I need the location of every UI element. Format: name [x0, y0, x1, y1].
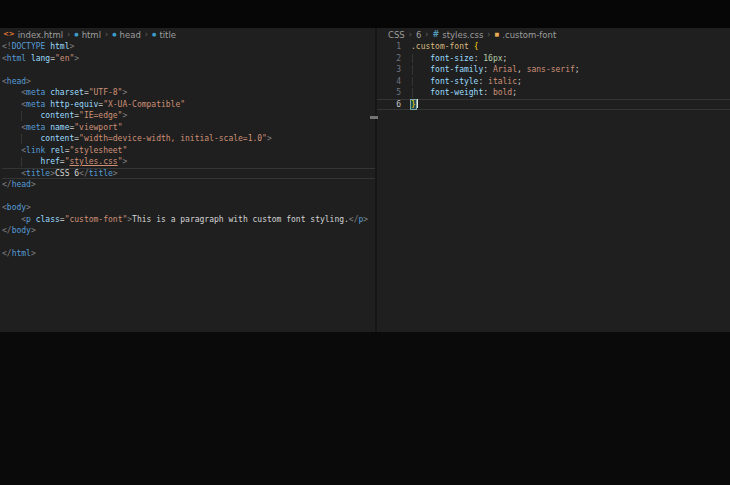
element-symbol-icon: ● [152, 32, 156, 37]
code-token: { [474, 42, 479, 51]
code-token: > [31, 180, 36, 189]
code-line-content: font-style: italic; [411, 76, 522, 88]
code-token [2, 169, 21, 178]
code-line[interactable]: <meta name="viewport" [2, 122, 375, 134]
code-token: </ [2, 226, 12, 235]
code-token: "UTF-8" [89, 88, 123, 97]
code-token: title [89, 169, 113, 178]
code-line[interactable]: 6} [377, 99, 730, 111]
code-token: > [122, 157, 127, 166]
code-line[interactable] [2, 191, 375, 203]
breadcrumb-symbol[interactable]: head [120, 30, 141, 40]
breadcrumb-symbol[interactable]: title [159, 30, 176, 40]
vscode-window: <>index.html›●html›●head›●title <!DOCTYP… [0, 0, 730, 485]
breadcrumb-file[interactable]: index.html [18, 30, 63, 40]
chevron-right-icon: › [425, 30, 428, 39]
line-number: 4 [377, 76, 401, 88]
code-line-content: content="IE=edge"> [2, 110, 127, 122]
editor-pane-css[interactable]: CSS›6›#styles.css›■.custom-font 1.custom… [377, 28, 730, 332]
indent-guide-line [412, 54, 413, 64]
code-token: font-family [430, 65, 483, 74]
code-line[interactable]: <head> [2, 76, 375, 88]
code-token [411, 54, 430, 63]
code-token: </ [2, 249, 12, 258]
code-token: rel [45, 146, 64, 155]
breadcrumb-item[interactable]: CSS [388, 30, 405, 40]
code-line-content: <head> [2, 76, 31, 88]
code-line[interactable]: content="width=device-width, initial-sca… [2, 133, 375, 145]
code-line-content: font-weight: bold; [411, 87, 517, 99]
code-token: italic [488, 77, 517, 86]
code-token: ; [512, 88, 517, 97]
breadcrumb-item[interactable]: 6 [416, 30, 421, 40]
chevron-right-icon: › [67, 30, 70, 39]
code-token: http-equiv [45, 100, 98, 109]
breadcrumb-symbol[interactable]: html [82, 30, 101, 40]
code-line[interactable]: 2 font-size: 16px; [377, 53, 730, 65]
code-token: > [267, 134, 272, 143]
code-editor-css[interactable]: 1.custom-font {2 font-size: 16px;3 font-… [377, 41, 730, 110]
code-token: title [26, 169, 50, 178]
code-line[interactable]: </head> [2, 179, 375, 191]
code-line[interactable] [2, 237, 375, 249]
code-token: "custom-font" [65, 215, 128, 224]
code-token: > [26, 77, 31, 86]
breadcrumb-item[interactable]: styles.css [442, 30, 483, 40]
code-line[interactable]: <!DOCTYPE html> [2, 41, 375, 53]
code-line-content: </head> [2, 179, 36, 191]
code-token: "stylesheet" [69, 146, 127, 155]
scrollbar-thumb[interactable] [370, 116, 378, 119]
code-line[interactable]: 3 font-family: Arial, sans-serif; [377, 64, 730, 76]
code-line[interactable]: <body> [2, 202, 375, 214]
code-token: styles.css [69, 157, 117, 166]
code-line-content: <p class="custom-font">This is a paragra… [2, 214, 368, 226]
code-line[interactable]: <link rel="stylesheet" [2, 145, 375, 157]
code-token [411, 77, 430, 86]
chevron-right-icon: › [409, 30, 412, 39]
code-line[interactable]: 4 font-style: italic; [377, 76, 730, 88]
code-token: > [31, 226, 36, 235]
code-token: lang [26, 54, 50, 63]
code-line[interactable]: <title>CSS 6</title> [2, 168, 375, 180]
code-token: body [7, 203, 26, 212]
breadcrumb-css: CSS›6›#styles.css›■.custom-font [377, 28, 730, 41]
code-token: > [122, 88, 127, 97]
code-line[interactable]: <p class="custom-font">This is a paragra… [2, 214, 375, 226]
code-line-content [2, 64, 7, 76]
code-token [2, 215, 21, 224]
code-line[interactable]: <html lang="en"> [2, 53, 375, 65]
code-token: .custom-font [411, 42, 474, 51]
line-number: 1 [377, 41, 401, 53]
code-line[interactable]: <meta http-equiv="X-UA-Compatible" [2, 99, 375, 111]
code-token: </ [349, 215, 359, 224]
code-line[interactable]: 5 font-weight: bold; [377, 87, 730, 99]
code-token: Arial [493, 65, 517, 74]
code-line[interactable]: href="styles.css"> [2, 156, 375, 168]
code-token: html [45, 42, 69, 51]
chevron-right-icon: › [487, 30, 490, 39]
code-line[interactable]: </html> [2, 248, 375, 260]
code-line-content: <link rel="stylesheet" [2, 145, 127, 157]
code-editor-html[interactable]: <!DOCTYPE html><html lang="en"> <head> <… [0, 41, 375, 260]
indent-guide-line [412, 77, 413, 87]
code-line-content: .custom-font { [411, 41, 478, 53]
code-line[interactable]: content="IE=edge"> [2, 110, 375, 122]
code-line[interactable]: </body> [2, 225, 375, 237]
code-line-content: </body> [2, 225, 36, 237]
code-line[interactable]: <meta charset="UTF-8"> [2, 87, 375, 99]
code-token: "X-UA-Compatible" [103, 100, 185, 109]
code-token: content [41, 134, 75, 143]
element-symbol-icon: ● [112, 32, 116, 37]
code-token: "en" [55, 54, 74, 63]
code-token [2, 88, 21, 97]
code-token: charset [45, 88, 84, 97]
code-token: meta [26, 88, 45, 97]
code-line[interactable] [2, 64, 375, 76]
breadcrumb-item[interactable]: .custom-font [502, 30, 556, 40]
code-token: DOCTYPE [12, 42, 46, 51]
code-token: } [411, 100, 416, 109]
code-line[interactable]: 1.custom-font { [377, 41, 730, 53]
code-token: bold [493, 88, 512, 97]
code-token: > [69, 42, 74, 51]
editor-pane-html[interactable]: <>index.html›●html›●head›●title <!DOCTYP… [0, 28, 377, 332]
